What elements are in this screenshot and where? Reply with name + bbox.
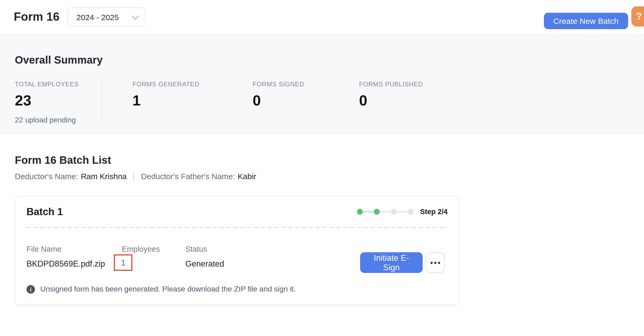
- step-dot-4: [408, 209, 414, 215]
- stat-label: FORMS SIGNED: [253, 81, 359, 88]
- page-title: Form 16: [14, 10, 60, 24]
- stat-forms-published: FORMS PUBLISHED 0: [359, 81, 423, 109]
- employees-column: Employees: [122, 245, 160, 253]
- status-column: Status Generated: [185, 245, 224, 269]
- stat-value: 0: [359, 93, 423, 109]
- batch-card: Batch 1 Step 2/4 File Name BKDPD8569E.pd…: [15, 196, 459, 305]
- step-progress-label: Step 2/4: [420, 208, 448, 216]
- step-dot-3: [391, 209, 397, 215]
- file-name-column: File Name BKDPD8569E.pdf.zip: [26, 245, 105, 269]
- step-connector: [397, 211, 408, 213]
- stat-label: TOTAL EMPLOYEES: [15, 81, 101, 88]
- status-badge: Generated: [185, 259, 224, 269]
- step-dot-1: [357, 209, 363, 215]
- more-options-button[interactable]: [425, 252, 445, 273]
- step-connector: [363, 211, 374, 213]
- deductor-info-row: Deductor's Name: Ram Krishna Deductor's …: [15, 172, 629, 181]
- stat-value: 0: [253, 93, 359, 109]
- upload-pending-text: 22 upload pending: [15, 116, 101, 124]
- stat-forms-generated: FORMS GENERATED 1: [102, 81, 253, 109]
- step-progress: Step 2/4: [357, 208, 448, 216]
- summary-stats-row: TOTAL EMPLOYEES 23 22 upload pending FOR…: [15, 81, 629, 124]
- chevron-down-icon: [132, 13, 139, 19]
- financial-year-value: 2024 - 2025: [77, 12, 119, 21]
- overall-summary-heading: Overall Summary: [15, 54, 629, 66]
- stat-total-employees: TOTAL EMPLOYEES 23 22 upload pending: [15, 81, 101, 124]
- form16-page: Form 16 2024 - 2025 Create New Batch ? O…: [0, 0, 644, 336]
- stat-value: 1: [132, 93, 253, 109]
- father-name-value: Kabir: [238, 172, 256, 181]
- step-connector: [380, 211, 391, 213]
- initiate-esign-button[interactable]: Initiate E-Sign: [360, 252, 423, 273]
- batch-list-heading: Form 16 Batch List: [15, 154, 629, 166]
- batch-title: Batch 1: [26, 206, 63, 218]
- step-dot-2: [374, 209, 380, 215]
- stat-value: 23: [15, 93, 101, 109]
- create-new-batch-button[interactable]: Create New Batch: [544, 13, 628, 29]
- info-row: i Unsigned form has been generated. Plea…: [26, 285, 296, 294]
- status-label: Status: [185, 245, 224, 253]
- overall-summary-section: Overall Summary TOTAL EMPLOYEES 23 22 up…: [0, 34, 644, 134]
- employees-count-link[interactable]: 1: [121, 258, 125, 267]
- info-text: Unsigned form has been generated. Please…: [40, 285, 296, 294]
- deductor-name-label: Deductor's Name:: [15, 172, 78, 181]
- file-name-label: File Name: [26, 245, 105, 253]
- financial-year-dropdown[interactable]: 2024 - 2025: [68, 7, 146, 26]
- stat-label: FORMS GENERATED: [132, 81, 253, 88]
- step-progress-track: [357, 209, 414, 215]
- deductor-name-value: Ram Krishna: [81, 172, 127, 181]
- employees-label: Employees: [122, 245, 160, 253]
- batch-list-section: Form 16 Batch List Deductor's Name: Ram …: [0, 154, 644, 305]
- stat-label: FORMS PUBLISHED: [359, 81, 423, 88]
- more-options-icon: [430, 262, 432, 264]
- help-button[interactable]: ?: [631, 6, 644, 26]
- dashed-divider: [26, 227, 448, 228]
- file-name-value: BKDPD8569E.pdf.zip: [26, 259, 105, 269]
- page-header: Form 16 2024 - 2025 Create New Batch ?: [0, 0, 644, 34]
- employees-count-highlight: 1: [114, 254, 132, 271]
- father-name-label: Deductor's Father's Name:: [141, 172, 235, 181]
- stat-forms-signed: FORMS SIGNED 0: [253, 81, 359, 109]
- deductor-divider: [134, 172, 134, 181]
- info-icon: i: [26, 285, 35, 293]
